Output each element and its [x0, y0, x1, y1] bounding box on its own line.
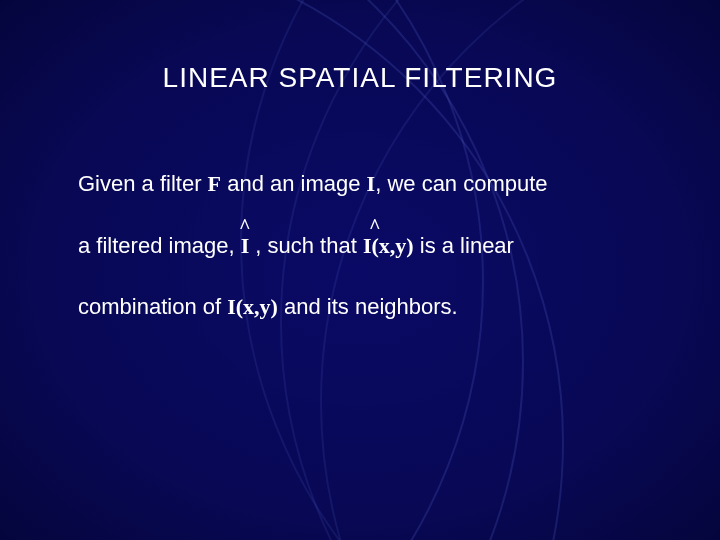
hat-icon: ^: [369, 216, 381, 236]
text: and an image: [221, 171, 367, 196]
Ixy-symbol: I(x,y): [227, 294, 278, 319]
slide: LINEAR SPATIAL FILTERING Given a filter …: [0, 0, 720, 540]
text: , we can compute: [375, 171, 547, 196]
text: a filtered image,: [78, 233, 241, 258]
Ixy-hat: ^I(x,y): [363, 232, 414, 260]
image-symbol-I: I: [367, 171, 376, 196]
text: is a linear: [414, 233, 514, 258]
filter-symbol-F: F: [208, 171, 221, 196]
body-line-2: a filtered image, ^I , such that ^I(x,y)…: [78, 232, 658, 260]
hat-icon: ^: [239, 216, 251, 236]
I-hat: ^I: [241, 232, 250, 260]
slide-body: Given a filter F and an image I, we can …: [78, 170, 658, 355]
text: Given a filter: [78, 171, 208, 196]
text: , such that: [249, 233, 363, 258]
slide-title: LINEAR SPATIAL FILTERING: [0, 62, 720, 94]
body-line-3: combination of I(x,y) and its neighbors.: [78, 293, 658, 321]
text: and its neighbors.: [278, 294, 458, 319]
body-line-1: Given a filter F and an image I, we can …: [78, 170, 658, 198]
text: combination of: [78, 294, 227, 319]
